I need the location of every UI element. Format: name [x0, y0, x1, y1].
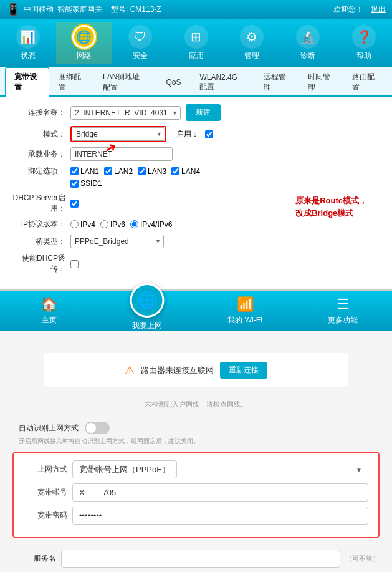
lan3-item[interactable]: LAN3	[138, 167, 166, 176]
subnav-lan[interactable]: LAN侧地址配置	[93, 67, 156, 97]
status-section: ⚠ 路由器未连接互联网 重新连接 未检测到入户网线，请检查网线。	[0, 331, 392, 414]
nav-diagnose[interactable]: 🔬 诊断	[280, 22, 336, 64]
dhcp-clone-row: 使能DHCP透传：	[12, 253, 380, 274]
nav-network-label: 网络	[77, 51, 92, 61]
ipv6-radio[interactable]	[100, 220, 108, 228]
new-button[interactable]: 新建	[186, 104, 221, 121]
diagnose-icon: 🔬	[296, 25, 320, 49]
nav-manage[interactable]: ⚙ 管理	[224, 22, 280, 64]
bottom-nav-home[interactable]: 🏠 主页	[0, 291, 98, 331]
dhcp-label: DHCP Server启用：	[12, 193, 65, 214]
ipv46-radio[interactable]	[130, 220, 138, 228]
dhcp-clone-label: 使能DHCP透传：	[12, 253, 65, 274]
bottom-nav-wifi[interactable]: 📶 我的 Wi-Fi	[196, 291, 294, 331]
subnav-time[interactable]: 时间管理	[299, 67, 343, 97]
ssid-row: SSID1	[70, 179, 380, 188]
bottom-nav: 🏠 主页 🌐 我要上网 📶 我的 Wi-Fi ☰ 更多功能	[0, 291, 392, 331]
annotation-text: 原来是Route模式，改成Bridge模式	[295, 195, 367, 219]
enable-checkbox[interactable]	[205, 130, 213, 138]
lan3-checkbox[interactable]	[138, 167, 146, 175]
status-box: ⚠ 路由器未连接互联网 重新连接	[44, 353, 348, 387]
ssid1-checkbox[interactable]	[70, 180, 79, 188]
ipv46-label: IPv4/IPv6	[140, 220, 172, 229]
status-icon: 📊	[16, 25, 40, 49]
enable-label: 启用：	[176, 129, 199, 140]
service-input[interactable]	[70, 147, 173, 161]
type-select[interactable]: PPPoE_Bridged	[70, 235, 164, 248]
lan2-checkbox[interactable]	[104, 167, 112, 175]
mode-row: 模式： Bridge 启用： 原来是Route模式，改成Bridge模式 ➜	[12, 126, 380, 142]
nav-network[interactable]: 🌐 网络	[56, 22, 112, 64]
conn-type-select[interactable]: 宽带帐号上网（PPPoE）	[72, 460, 177, 478]
account-input[interactable]	[72, 483, 368, 502]
lan3-label: LAN3	[148, 167, 166, 176]
nav-status[interactable]: 📊 状态	[0, 22, 56, 64]
lan2-item[interactable]: LAN2	[104, 167, 133, 176]
mode-label: 模式：	[12, 129, 65, 140]
wifi-label: 我的 Wi-Fi	[227, 315, 262, 326]
service-label: 承载业务：	[12, 149, 65, 160]
router-app: 🏠 主页 🌐 我要上网 📶 我的 Wi-Fi ☰ 更多功能 ⚠ 路由器未连接互联…	[0, 291, 392, 572]
binding-row: 绑定选项： LAN1 LAN2 LAN3 LAN4	[12, 166, 380, 177]
lan1-label: LAN1	[80, 167, 99, 176]
lan4-checkbox[interactable]	[171, 167, 179, 175]
brand-name: 中国移动	[24, 4, 54, 15]
manage-icon: ⚙	[240, 25, 264, 49]
ipv4-radio[interactable]	[70, 220, 79, 228]
service-name-row: 服务名 （可不填）	[0, 545, 392, 572]
subnav-route[interactable]: 路由配置	[343, 67, 387, 97]
connection-row: 连接名称： 2_INTERNET_R_VID_4031 新建	[12, 104, 380, 121]
password-label: 宽带密码	[24, 510, 67, 521]
optional-label: （可不填）	[345, 554, 380, 563]
ipv4-radio-item[interactable]: IPv4	[70, 220, 95, 229]
bottom-nav-more[interactable]: ☰ 更多功能	[294, 291, 392, 331]
connection-form-section: 上网方式 宽带帐号上网（PPPoE） 宽带帐号 宽带密码	[12, 452, 380, 538]
help-icon: ❓	[352, 25, 376, 49]
dhcp-clone-checkbox[interactable]	[70, 260, 79, 268]
home-label: 主页	[42, 315, 57, 326]
lan1-item[interactable]: LAN1	[70, 167, 99, 176]
more-icon: ☰	[337, 296, 349, 313]
mode-select-wrapper: Bridge	[72, 127, 165, 141]
mode-select[interactable]: Bridge	[72, 127, 165, 141]
brand-logo: 📱	[6, 2, 20, 16]
ipv46-radio-item[interactable]: IPv4/IPv6	[130, 220, 172, 229]
bridge-type-row: 桥类型： PPPoE_Bridged	[12, 235, 380, 248]
nav-help[interactable]: ❓ 帮助	[336, 22, 392, 64]
brand-subtitle: 智能家庭网关	[57, 4, 102, 15]
model-number: 型号: CM113-Z	[111, 4, 161, 15]
nav-manage-label: 管理	[244, 51, 259, 61]
ssid1-label: SSID1	[80, 179, 102, 188]
apps-icon: ⊞	[184, 25, 208, 49]
logout-link[interactable]: 退出	[371, 4, 386, 15]
nav-status-label: 状态	[21, 51, 36, 61]
more-label: 更多功能	[328, 315, 358, 326]
lan4-item[interactable]: LAN4	[171, 167, 200, 176]
center-nav-icon[interactable]: 🌐	[130, 283, 164, 318]
subnav-remote[interactable]: 远程管理	[254, 67, 299, 97]
auto-detect-toggle[interactable]	[85, 422, 110, 434]
subnav-qos[interactable]: QoS	[156, 74, 190, 90]
subnav-binding[interactable]: 捆绑配置	[49, 67, 93, 97]
lan1-checkbox[interactable]	[70, 167, 79, 175]
conn-type-select-wrapper: 宽带帐号上网（PPPoE）	[72, 460, 368, 478]
lan4-label: LAN4	[181, 167, 200, 176]
binding-checkboxes: LAN1 LAN2 LAN3 LAN4	[70, 167, 200, 176]
nav-icons: 📊 状态 🌐 网络 🛡 安全 ⊞ 应用 ⚙ 管理 🔬 诊断 ❓ 帮助	[0, 19, 392, 67]
nav-apps[interactable]: ⊞ 应用	[168, 22, 224, 64]
service-name-label: 服务名	[12, 553, 56, 564]
connection-select[interactable]: 2_INTERNET_R_VID_4031	[70, 106, 181, 120]
password-input[interactable]	[72, 507, 368, 525]
ssid1-item[interactable]: SSID1	[70, 179, 102, 188]
ipv6-radio-item[interactable]: IPv6	[100, 220, 125, 229]
nav-security[interactable]: 🛡 安全	[112, 22, 168, 64]
wifi-icon: 📶	[237, 296, 254, 313]
service-name-input[interactable]	[61, 550, 340, 568]
content-top: 连接名称： 2_INTERNET_R_VID_4031 新建 模式： Bridg…	[0, 97, 392, 291]
sub-nav: 宽带设置 捆绑配置 LAN侧地址配置 QoS WLAN2.4G配置 远程管理 时…	[0, 67, 392, 97]
subnav-broadband[interactable]: 宽带设置	[5, 67, 49, 97]
subnav-wlan[interactable]: WLAN2.4G配置	[190, 69, 254, 96]
reconnect-button[interactable]: 重新连接	[220, 362, 267, 379]
top-bar: 📱 中国移动 智能家庭网关 型号: CM113-Z 欢迎您！ 退出	[0, 0, 392, 19]
dhcp-checkbox[interactable]	[70, 200, 79, 208]
